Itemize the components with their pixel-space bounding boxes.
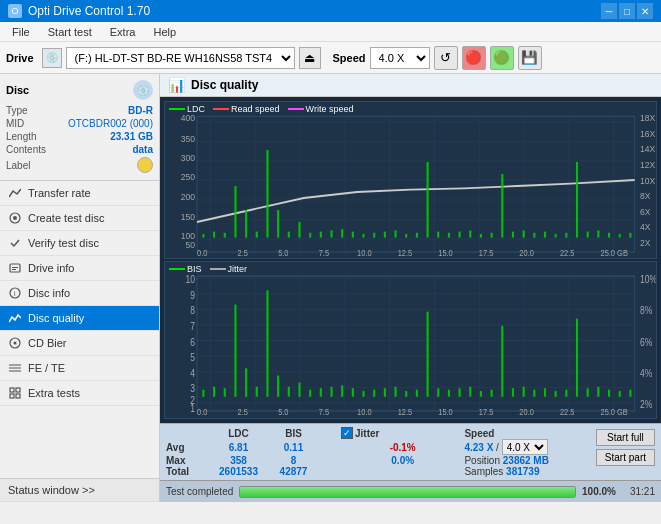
eject-button[interactable]: ⏏ <box>299 47 321 69</box>
avg-jitter: -0.1% <box>341 439 456 455</box>
transfer-rate-icon <box>8 186 22 200</box>
action-buttons: Start full Start part <box>596 429 655 466</box>
svg-rect-103 <box>352 388 354 397</box>
svg-text:12.5: 12.5 <box>398 406 413 417</box>
svg-rect-21 <box>234 186 236 238</box>
content-header-title: Disc quality <box>191 78 258 92</box>
stats-max-row: Max 358 8 0.0% Position 23862 MB <box>166 455 590 466</box>
svg-text:7: 7 <box>190 320 195 332</box>
svg-rect-53 <box>576 162 578 238</box>
svg-rect-47 <box>512 232 514 238</box>
svg-rect-33 <box>362 234 364 238</box>
position-label: Position <box>464 455 500 466</box>
svg-text:1: 1 <box>190 402 195 414</box>
svg-text:16X: 16X <box>640 128 655 139</box>
nav-transfer-rate[interactable]: Transfer rate <box>0 181 159 206</box>
svg-text:10: 10 <box>185 273 195 285</box>
svg-rect-122 <box>555 391 557 397</box>
svg-rect-107 <box>394 387 396 397</box>
status-window-btn[interactable]: Status window >> <box>0 478 159 502</box>
svg-rect-117 <box>501 326 503 397</box>
nav-label-verify: Verify test disc <box>28 237 99 249</box>
legend-jitter: Jitter <box>228 264 248 274</box>
menu-extra[interactable]: Extra <box>102 24 144 40</box>
legend-read-speed: Read speed <box>231 104 280 114</box>
svg-rect-28 <box>309 233 311 238</box>
svg-text:2.5: 2.5 <box>238 248 249 258</box>
svg-rect-97 <box>288 387 290 397</box>
nav-create-test-disc[interactable]: Create test disc <box>0 206 159 231</box>
svg-rect-116 <box>491 390 493 397</box>
drive-select[interactable]: (F:) HL-DT-ST BD-RE WH16NS58 TST4 <box>66 47 295 69</box>
menu-help[interactable]: Help <box>145 24 184 40</box>
max-jitter: 0.0% <box>341 455 456 466</box>
svg-text:6%: 6% <box>640 336 652 348</box>
svg-rect-105 <box>373 390 375 397</box>
svg-text:6X: 6X <box>640 206 650 217</box>
nav-verify-test-disc[interactable]: Verify test disc <box>0 231 159 256</box>
nav-cd-bier[interactable]: CD Bier <box>0 331 159 356</box>
svg-text:17.5: 17.5 <box>479 248 494 258</box>
minimize-button[interactable]: ─ <box>601 3 617 19</box>
speed-select[interactable]: 4.0 X <box>370 47 430 69</box>
avg-ldc: 6.81 <box>211 439 266 455</box>
svg-text:10.0: 10.0 <box>357 406 372 417</box>
svg-rect-29 <box>320 232 322 238</box>
nav-disc-info[interactable]: i Disc info <box>0 281 159 306</box>
svg-text:12.5: 12.5 <box>398 248 413 258</box>
svg-text:20.0: 20.0 <box>519 406 534 417</box>
svg-rect-101 <box>330 387 332 397</box>
svg-rect-121 <box>544 388 546 397</box>
max-ldc: 358 <box>211 455 266 466</box>
svg-rect-26 <box>288 232 290 238</box>
stats-table: LDC BIS Jitter Speed Avg <box>166 427 590 477</box>
menu-file[interactable]: File <box>4 24 38 40</box>
speed-setting-select[interactable]: 4.0 X <box>502 439 548 455</box>
maximize-button[interactable]: □ <box>619 3 635 19</box>
svg-rect-3 <box>12 267 18 268</box>
svg-text:8%: 8% <box>640 304 652 316</box>
nav-disc-quality[interactable]: Disc quality <box>0 306 159 331</box>
svg-rect-37 <box>405 234 407 238</box>
svg-rect-95 <box>266 290 268 396</box>
nav-extra-tests[interactable]: Extra tests <box>0 381 159 406</box>
svg-rect-41 <box>448 233 450 238</box>
extra-tests-icon <box>8 386 22 400</box>
svg-text:200: 200 <box>181 192 195 203</box>
svg-rect-99 <box>309 390 311 397</box>
refresh-button[interactable]: ↺ <box>434 46 458 70</box>
svg-rect-123 <box>565 390 567 397</box>
svg-rect-46 <box>501 174 503 238</box>
svg-text:0.0: 0.0 <box>197 248 208 258</box>
svg-text:14X: 14X <box>640 144 655 155</box>
legend-write-speed: Write speed <box>306 104 354 114</box>
svg-rect-124 <box>576 319 578 397</box>
settings-button2[interactable]: 🟢 <box>490 46 514 70</box>
svg-text:8X: 8X <box>640 191 650 202</box>
avg-label: Avg <box>166 439 211 455</box>
legend-ldc: LDC <box>187 104 205 114</box>
nav-fe-te[interactable]: FE / TE <box>0 356 159 381</box>
disc-info-icon: i <box>8 286 22 300</box>
svg-text:350: 350 <box>181 133 195 144</box>
create-test-disc-icon <box>8 211 22 225</box>
svg-rect-104 <box>362 391 364 397</box>
nav-drive-info[interactable]: Drive info <box>0 256 159 281</box>
close-button[interactable]: ✕ <box>637 3 653 19</box>
settings-button1[interactable]: 🔴 <box>462 46 486 70</box>
start-full-button[interactable]: Start full <box>596 429 655 446</box>
start-part-button[interactable]: Start part <box>596 449 655 466</box>
svg-text:10.0: 10.0 <box>357 248 372 258</box>
svg-rect-12 <box>10 388 14 392</box>
menu-start-test[interactable]: Start test <box>40 24 100 40</box>
fe-te-icon <box>8 361 22 375</box>
svg-rect-48 <box>523 230 525 237</box>
save-button[interactable]: 💾 <box>518 46 542 70</box>
svg-rect-89 <box>202 390 204 397</box>
avg-bis: 0.11 <box>266 439 321 455</box>
stats-total-row: Total 2601533 42877 Samples 381739 <box>166 466 590 477</box>
disc-panel: Disc 💿 Type BD-R MID OTCBDR002 (000) Len… <box>0 74 159 181</box>
svg-rect-98 <box>298 383 300 397</box>
svg-rect-106 <box>384 388 386 397</box>
jitter-checkbox[interactable] <box>341 427 353 439</box>
